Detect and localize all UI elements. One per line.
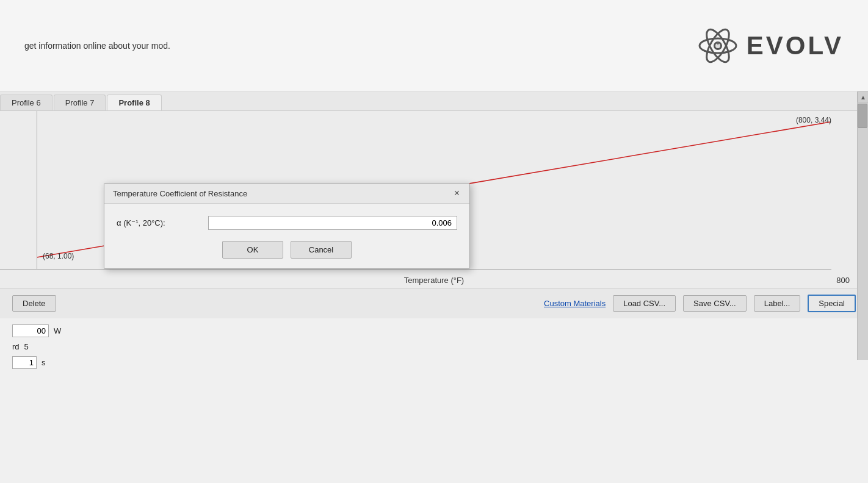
modal-buttons: OK Cancel bbox=[117, 241, 457, 259]
modal-dialog: Temperature Coefficient of Resistance × … bbox=[104, 183, 470, 269]
modal-close-button[interactable]: × bbox=[453, 188, 461, 198]
modal-field-input[interactable] bbox=[208, 216, 457, 230]
modal-title: Temperature Coefficient of Resistance bbox=[113, 189, 247, 198]
modal-overlay: Temperature Coefficient of Resistance × … bbox=[0, 0, 868, 483]
modal-body: α (K⁻¹, 20°C): OK Cancel bbox=[104, 204, 469, 268]
modal-ok-button[interactable]: OK bbox=[222, 241, 283, 259]
modal-field-label: α (K⁻¹, 20°C): bbox=[117, 218, 208, 227]
modal-field-row: α (K⁻¹, 20°C): bbox=[117, 216, 457, 230]
modal-cancel-button[interactable]: Cancel bbox=[291, 241, 352, 259]
modal-titlebar: Temperature Coefficient of Resistance × bbox=[104, 184, 469, 204]
